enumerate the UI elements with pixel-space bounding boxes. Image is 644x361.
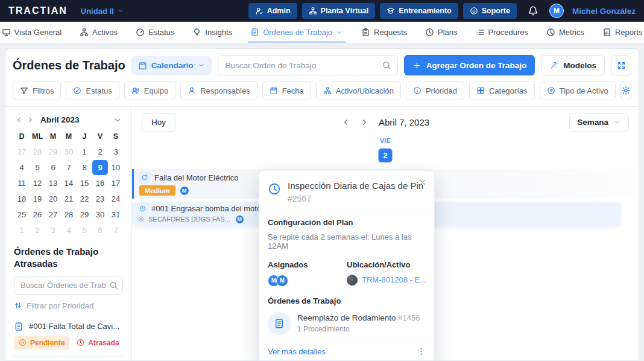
mini-calendar-day[interactable]: 1 (77, 144, 92, 159)
mini-calendar-day[interactable]: 29 (77, 207, 92, 222)
view-mode-dropdown[interactable]: Semana (569, 113, 629, 132)
filter-tipo-de-activo[interactable]: Tipo de Activo (540, 81, 616, 100)
filter-activo-ubicación[interactable]: Activo/Ubicación (316, 81, 401, 100)
chevron-down-icon (198, 62, 205, 69)
overdue-item[interactable]: #001 Falla Total de Cavi...PendienteAtra… (14, 357, 123, 361)
day-number[interactable]: 2 (379, 149, 393, 162)
tab-plans[interactable]: Plans (425, 22, 458, 43)
mini-calendar-day[interactable]: 24 (108, 191, 124, 206)
view-selector-calendario[interactable]: Calendario (131, 56, 212, 75)
user-avatar[interactable]: M (549, 4, 564, 18)
add-workorder-button[interactable]: Agregar Orden de Trabajo (404, 55, 535, 75)
tab-requests[interactable]: Requests (361, 22, 407, 43)
topbar-button-planta-virtual[interactable]: Planta Virtual (302, 3, 376, 19)
mini-calendar-day[interactable]: 10 (108, 160, 124, 175)
close-icon[interactable] (418, 178, 427, 187)
tab-órdenes-de-trabajo[interactable]: Órdenes de Trabajo (250, 22, 343, 43)
mini-calendar-day[interactable]: 29 (45, 144, 61, 159)
mini-calendar-day[interactable]: 28 (61, 207, 77, 222)
mini-calendar-day[interactable]: 2 (92, 144, 108, 159)
mini-calendar-day[interactable]: 16 (92, 176, 108, 191)
mini-calendar-day[interactable]: 26 (30, 207, 45, 222)
mini-calendar-day[interactable]: 6 (92, 223, 108, 238)
topbar-button-admin[interactable]: Admin (248, 3, 297, 19)
tab-estatus[interactable]: Estatus (136, 22, 174, 43)
filter-filtros[interactable]: Filtros (13, 81, 61, 100)
mini-calendar-day[interactable]: 23 (92, 191, 108, 206)
workorder-search-input[interactable] (218, 55, 398, 75)
mini-calendar-day[interactable]: 25 (14, 207, 30, 222)
tab-vista-general[interactable]: Vista General (2, 22, 62, 43)
assets-icon (323, 86, 332, 95)
mini-calendar-day[interactable]: 3 (108, 144, 124, 159)
mini-calendar-day[interactable]: 27 (45, 207, 61, 222)
expand-fullscreen-button[interactable] (611, 55, 631, 75)
plan-clock-icon (268, 182, 281, 196)
models-button[interactable]: Modelos (541, 55, 605, 75)
mini-calendar-day[interactable]: 6 (45, 160, 61, 175)
next-week-icon[interactable] (360, 118, 369, 127)
mini-calendar-day[interactable]: 11 (14, 176, 30, 191)
grid-icon (476, 86, 485, 95)
calendar-settings-button[interactable] (620, 81, 631, 100)
filter-estatus[interactable]: Estatus (66, 81, 119, 100)
mini-calendar-day[interactable]: 13 (45, 176, 61, 191)
day-header: V (92, 129, 108, 144)
mini-calendar-day[interactable]: 30 (61, 144, 77, 159)
mini-calendar-day[interactable]: 12 (30, 176, 45, 191)
next-month-icon[interactable] (27, 116, 34, 124)
mini-calendar-day[interactable]: 5 (30, 160, 45, 175)
linked-workorder[interactable]: Reemplazo de Rodamiento #1456 1 Procedim… (268, 312, 426, 335)
mini-calendar-day[interactable]: 4 (61, 223, 77, 238)
filter-prioridad[interactable]: Prioridad (406, 81, 464, 100)
tab-procedures[interactable]: Procedures (476, 22, 528, 43)
filter-fecha[interactable]: Fecha (262, 81, 311, 100)
mini-calendar-day[interactable]: 31 (108, 207, 124, 222)
notifications-bell-icon[interactable] (528, 5, 538, 16)
tab-reports[interactable]: Reports (602, 22, 643, 43)
overdue-item[interactable]: #001 Falla Total de Cavi...PendienteAtra… (14, 318, 123, 350)
tab-insights[interactable]: Insights (192, 22, 232, 43)
filter-responsables[interactable]: Responsables (180, 81, 257, 100)
filter-equipo[interactable]: Equipo (124, 81, 175, 100)
asset-link[interactable]: TRM-801208 - E... (362, 275, 426, 284)
more-options-icon[interactable] (417, 347, 426, 356)
mini-calendar-day[interactable]: 7 (61, 160, 77, 175)
overdue-search-input[interactable] (14, 276, 123, 295)
mini-calendar-day[interactable]: 5 (77, 223, 92, 238)
mini-calendar-day[interactable]: 9 (92, 160, 108, 175)
page-header: Órdenes de Trabajo Calendario Agregar Or… (5, 49, 639, 81)
workorder-search (218, 55, 398, 75)
prev-week-icon[interactable] (341, 118, 350, 127)
tab-activos[interactable]: Activos (80, 22, 118, 43)
funnel-icon (20, 86, 28, 95)
mini-calendar-day[interactable]: 15 (77, 176, 92, 191)
mini-calendar-day[interactable]: 1 (14, 223, 30, 238)
mini-calendar-day[interactable]: 30 (92, 207, 108, 222)
user-name[interactable]: Michel González (572, 7, 636, 16)
mini-calendar-day[interactable]: 2 (30, 223, 45, 238)
sort-by-priority[interactable]: Filtrar por Prioridad (14, 301, 123, 310)
topbar-button-soporte[interactable]: Soporte (463, 3, 517, 19)
today-button[interactable]: Hoy (142, 113, 175, 132)
mini-calendar-day[interactable]: 18 (14, 191, 30, 206)
mini-calendar-day[interactable]: 21 (61, 191, 77, 206)
mini-calendar-day[interactable]: 3 (45, 223, 61, 238)
mini-calendar-day[interactable]: 28 (30, 144, 45, 159)
prev-month-icon[interactable] (15, 116, 23, 124)
tab-metrics[interactable]: Metrics (546, 22, 584, 43)
see-more-link[interactable]: Ver más detalles (268, 347, 326, 356)
collapse-calendar-icon[interactable] (113, 116, 122, 124)
mini-calendar-day[interactable]: 8 (77, 160, 92, 175)
mini-calendar-day[interactable]: 27 (14, 144, 30, 159)
mini-calendar-day[interactable]: 17 (108, 176, 124, 191)
mini-calendar-day[interactable]: 22 (77, 191, 92, 206)
mini-calendar-day[interactable]: 4 (14, 160, 30, 175)
mini-calendar-day[interactable]: 19 (30, 191, 45, 206)
mini-calendar-day[interactable]: 14 (61, 176, 77, 191)
mini-calendar-day[interactable]: 7 (108, 223, 124, 238)
mini-calendar-day[interactable]: 20 (45, 191, 61, 206)
unit-selector[interactable]: Unidad II (81, 7, 124, 16)
filter-categorías[interactable]: Categorías (469, 81, 535, 100)
topbar-button-entrenamiento[interactable]: Entrenamiento (380, 3, 458, 19)
